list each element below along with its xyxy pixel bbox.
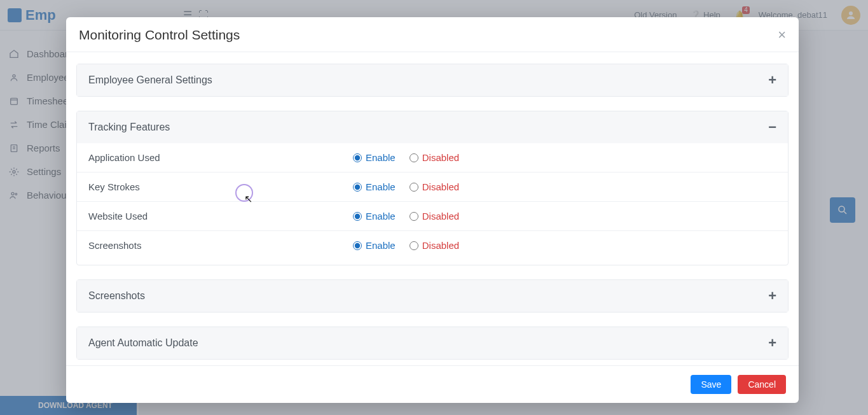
radio-enable[interactable]: Enable bbox=[353, 152, 396, 163]
panel-header-general[interactable]: Employee General Settings + bbox=[77, 64, 788, 96]
radio-input-enable[interactable] bbox=[353, 212, 362, 221]
expand-icon: + bbox=[768, 73, 776, 87]
collapse-icon: − bbox=[768, 120, 776, 134]
feature-label: Screenshots bbox=[86, 240, 353, 251]
panel-title: Screenshots bbox=[88, 290, 145, 302]
panel-header-screenshots[interactable]: Screenshots + bbox=[77, 280, 788, 312]
panel-header-autoupdate[interactable]: Agent Automatic Update + bbox=[77, 327, 788, 359]
panel-screenshots: Screenshots + bbox=[76, 279, 789, 313]
radio-input-enable[interactable] bbox=[353, 153, 362, 162]
feature-row-key-strokes: Key Strokes Enable Disabled bbox=[77, 172, 788, 202]
radio-group: Enable Disabled bbox=[353, 152, 459, 163]
radio-enable[interactable]: Enable bbox=[353, 211, 396, 222]
feature-label: Website Used bbox=[86, 211, 353, 222]
panel-tracking-features: Tracking Features − Application Used Ena… bbox=[76, 111, 789, 265]
feature-row-application-used: Application Used Enable Disabled bbox=[77, 143, 788, 172]
modal-body: Employee General Settings + Tracking Fea… bbox=[66, 52, 799, 365]
feature-label: Key Strokes bbox=[86, 181, 353, 192]
radio-enable[interactable]: Enable bbox=[353, 240, 396, 251]
radio-group: Enable Disabled bbox=[353, 211, 459, 222]
radio-input-disabled[interactable] bbox=[410, 153, 418, 162]
radio-disabled[interactable]: Disabled bbox=[410, 181, 459, 192]
modal-title: Monitoring Control Settings bbox=[79, 27, 240, 43]
radio-disabled[interactable]: Disabled bbox=[410, 211, 459, 222]
cancel-button[interactable]: Cancel bbox=[738, 375, 786, 394]
radio-input-disabled[interactable] bbox=[410, 183, 418, 192]
panel-title: Employee General Settings bbox=[88, 74, 212, 86]
monitoring-settings-modal: Monitoring Control Settings × Employee G… bbox=[66, 17, 799, 403]
panel-general-settings: Employee General Settings + bbox=[76, 64, 789, 97]
panel-header-tracking[interactable]: Tracking Features − bbox=[77, 111, 788, 143]
radio-disabled[interactable]: Disabled bbox=[410, 152, 459, 163]
panel-auto-update: Agent Automatic Update + bbox=[76, 327, 789, 360]
modal-footer: Save Cancel bbox=[66, 365, 799, 403]
radio-group: Enable Disabled bbox=[353, 181, 459, 192]
radio-input-disabled[interactable] bbox=[410, 241, 418, 250]
panel-title: Tracking Features bbox=[88, 122, 170, 133]
expand-icon: + bbox=[768, 336, 776, 350]
panel-title: Agent Automatic Update bbox=[88, 337, 198, 349]
radio-group: Enable Disabled bbox=[353, 240, 459, 251]
feature-row-website-used: Website Used Enable Disabled bbox=[77, 202, 788, 231]
radio-input-enable[interactable] bbox=[353, 241, 362, 250]
feature-row-screenshots: Screenshots Enable Disabled bbox=[77, 231, 788, 260]
radio-enable[interactable]: Enable bbox=[353, 181, 396, 192]
close-icon[interactable]: × bbox=[778, 28, 786, 42]
save-button[interactable]: Save bbox=[691, 375, 731, 394]
tracking-features-body: Application Used Enable Disabled Key St bbox=[77, 143, 788, 265]
radio-disabled[interactable]: Disabled bbox=[410, 240, 459, 251]
radio-input-disabled[interactable] bbox=[410, 212, 418, 221]
radio-input-enable[interactable] bbox=[353, 183, 362, 192]
modal-header: Monitoring Control Settings × bbox=[66, 17, 799, 52]
feature-label: Application Used bbox=[86, 152, 353, 163]
expand-icon: + bbox=[768, 289, 776, 303]
